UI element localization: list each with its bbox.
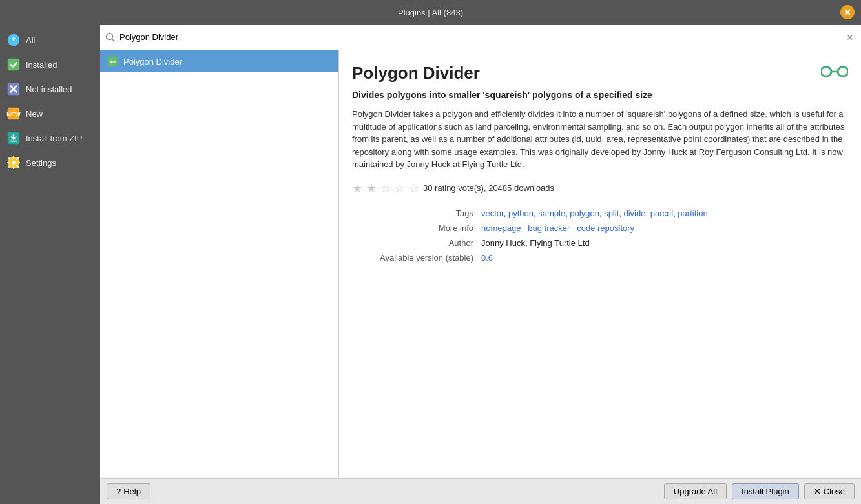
content-area: ✕ Polygon Divider Polygon Divider	[100, 25, 861, 504]
plugin-list: Polygon Divider	[100, 50, 339, 478]
link-homepage[interactable]: homepage	[481, 223, 521, 233]
upgrade-all-button[interactable]: Upgrade All	[664, 483, 727, 499]
svg-rect-12	[821, 67, 831, 76]
meta-value-author: Jonny Huck, Flying Turtle Ltd	[481, 236, 848, 250]
bottom-left: ? Help	[107, 483, 150, 499]
plugin-detail: Polygon Divider Divides polygons into sm…	[339, 50, 861, 478]
meta-value-more-info: homepage bug tracker code repository	[481, 221, 848, 236]
star-4: ☆	[395, 181, 405, 196]
close-x-icon: ✕	[814, 487, 821, 496]
meta-row-more-info: More info homepage bug tracker code repo…	[352, 221, 848, 236]
upgrade-all-label: Upgrade All	[674, 487, 717, 496]
meta-row-tags: Tags vector, python, sample, polygon, sp…	[352, 206, 848, 221]
plugin-detail-logo-icon	[821, 63, 848, 81]
meta-label-author: Author	[352, 236, 481, 250]
sidebar-item-all[interactable]: All	[0, 28, 100, 52]
install-plugin-button[interactable]: Install Plugin	[732, 483, 799, 499]
puzzle-not-installed-icon	[6, 82, 21, 96]
puzzle-install-zip-icon	[6, 131, 21, 145]
link-bug-tracker[interactable]: bug tracker	[528, 223, 570, 233]
svg-rect-1	[8, 59, 19, 70]
meta-row-author: Author Jonny Huck, Flying Turtle Ltd	[352, 236, 848, 250]
search-input[interactable]	[119, 32, 840, 42]
plugin-description: Polygon Divider takes a polygon and effi…	[352, 108, 848, 171]
sidebar-item-all-label: All	[26, 35, 35, 45]
link-code-repository[interactable]: code repository	[577, 223, 634, 233]
sidebar-item-new-label: New	[26, 109, 43, 119]
meta-row-version: Available version (stable) 0.6	[352, 250, 848, 265]
puzzle-new-icon: NEW	[6, 106, 21, 121]
plugin-list-item-icon	[107, 55, 118, 67]
close-window-button[interactable]: ✕	[840, 5, 855, 19]
star-5: ☆	[409, 181, 419, 196]
svg-point-8	[12, 161, 16, 165]
titlebar: Plugins | All (843) ✕	[0, 0, 861, 25]
star-3: ☆	[380, 181, 391, 196]
rating-text: 30 rating vote(s), 20485 downloads	[423, 183, 554, 193]
plugin-rating: ★ ★ ☆ ☆ ☆ 30 rating vote(s), 20485 downl…	[352, 181, 848, 196]
puzzle-all-icon	[6, 33, 21, 47]
sidebar: All Installed Not installed NEW New	[0, 25, 100, 504]
plugin-meta: Tags vector, python, sample, polygon, sp…	[352, 206, 848, 265]
close-button[interactable]: ✕ Close	[804, 483, 855, 499]
tag-divide[interactable]: divide	[624, 208, 646, 218]
sidebar-item-installed-label: Installed	[26, 60, 57, 70]
help-button[interactable]: ? Help	[107, 483, 150, 499]
sidebar-item-installed[interactable]: Installed	[0, 52, 100, 77]
help-label: Help	[123, 487, 141, 496]
search-icon	[105, 32, 116, 43]
gear-icon	[6, 156, 21, 170]
puzzle-installed-icon	[6, 57, 21, 72]
close-label: Close	[824, 487, 845, 496]
tag-partition[interactable]: partition	[678, 208, 707, 218]
meta-label-more-info: More info	[352, 221, 481, 236]
star-1: ★	[352, 181, 362, 196]
plugin-subtitle: Divides polygons into smaller 'squareish…	[352, 90, 848, 100]
plugin-list-item[interactable]: Polygon Divider	[100, 50, 338, 72]
plugin-title: Polygon Divider	[352, 63, 480, 83]
search-clear-button[interactable]: ✕	[844, 32, 856, 43]
search-bar: ✕	[100, 25, 861, 50]
sidebar-item-settings[interactable]: Settings	[0, 150, 100, 175]
sidebar-item-not-installed-label: Not installed	[26, 85, 72, 94]
main-container: All Installed Not installed NEW New	[0, 25, 861, 504]
tag-vector[interactable]: vector	[481, 208, 504, 218]
sidebar-item-not-installed[interactable]: Not installed	[0, 77, 100, 101]
tag-python[interactable]: python	[508, 208, 534, 218]
meta-value-tags: vector, python, sample, polygon, split, …	[481, 206, 848, 221]
titlebar-title: Plugins | All (843)	[398, 8, 463, 17]
version-link[interactable]: 0.6	[481, 253, 493, 263]
tag-split[interactable]: split	[604, 208, 619, 218]
help-icon: ?	[116, 487, 121, 496]
sidebar-item-new[interactable]: NEW New	[0, 101, 100, 126]
install-plugin-label: Install Plugin	[742, 487, 789, 496]
bottom-right: Upgrade All Install Plugin ✕ Close	[664, 483, 855, 499]
sidebar-item-install-from-zip-label: Install from ZIP	[26, 134, 82, 143]
svg-text:NEW: NEW	[6, 111, 21, 117]
plugin-detail-header: Polygon Divider	[352, 63, 848, 83]
tag-polygon[interactable]: polygon	[570, 208, 599, 218]
meta-value-version: 0.6	[481, 250, 848, 265]
tag-parcel[interactable]: parcel	[650, 208, 673, 218]
bottom-bar: ? Help Upgrade All Install Plugin ✕ Clos…	[100, 478, 861, 504]
plugin-list-item-name: Polygon Divider	[123, 57, 182, 66]
svg-line-10	[112, 39, 115, 41]
star-2: ★	[366, 181, 377, 196]
meta-label-version: Available version (stable)	[352, 250, 481, 265]
split-pane: Polygon Divider Polygon Divider Divides …	[100, 50, 861, 478]
svg-rect-13	[838, 67, 848, 76]
meta-label-tags: Tags	[352, 206, 481, 221]
tag-sample[interactable]: sample	[538, 208, 565, 218]
sidebar-item-settings-label: Settings	[26, 158, 56, 168]
sidebar-item-install-from-zip[interactable]: Install from ZIP	[0, 126, 100, 150]
